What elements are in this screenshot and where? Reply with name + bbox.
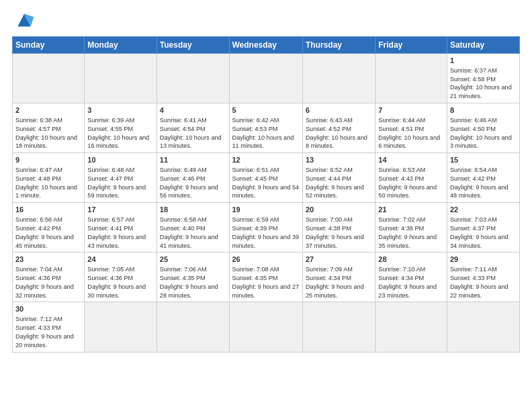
calendar-week-row: 1Sunrise: 6:37 AM Sunset: 4:58 PM Daylig… — [13, 54, 520, 103]
day-number: 9 — [15, 155, 81, 165]
day-info: Sunrise: 7:06 AM Sunset: 4:35 PM Dayligh… — [160, 266, 218, 298]
calendar-week-row: 23Sunrise: 7:04 AM Sunset: 4:36 PM Dayli… — [13, 253, 520, 302]
calendar-cell: 24Sunrise: 7:05 AM Sunset: 4:36 PM Dayli… — [85, 253, 157, 302]
calendar-cell — [302, 54, 375, 103]
logo — [12, 11, 35, 30]
day-info: Sunrise: 6:46 AM Sunset: 4:50 PM Dayligh… — [450, 117, 512, 149]
day-info: Sunrise: 7:10 AM Sunset: 4:34 PM Dayligh… — [378, 266, 437, 298]
calendar-cell: 2Sunrise: 6:38 AM Sunset: 4:57 PM Daylig… — [13, 103, 85, 153]
calendar-week-row: 2Sunrise: 6:38 AM Sunset: 4:57 PM Daylig… — [13, 103, 520, 153]
day-of-week-header: Tuesday — [157, 37, 229, 54]
day-info: Sunrise: 6:57 AM Sunset: 4:41 PM Dayligh… — [87, 216, 146, 248]
day-info: Sunrise: 6:39 AM Sunset: 4:55 PM Dayligh… — [87, 117, 149, 149]
day-number: 5 — [232, 105, 300, 116]
calendar-cell: 22Sunrise: 7:03 AM Sunset: 4:37 PM Dayli… — [447, 203, 519, 253]
calendar-cell: 3Sunrise: 6:39 AM Sunset: 4:55 PM Daylig… — [85, 103, 157, 153]
header — [12, 11, 520, 30]
day-number: 3 — [87, 105, 153, 116]
calendar-cell: 30Sunrise: 7:12 AM Sunset: 4:33 PM Dayli… — [13, 302, 85, 352]
day-info: Sunrise: 6:59 AM Sunset: 4:39 PM Dayligh… — [232, 216, 300, 248]
day-info: Sunrise: 7:09 AM Sunset: 4:34 PM Dayligh… — [306, 266, 364, 298]
calendar-cell: 23Sunrise: 7:04 AM Sunset: 4:36 PM Dayli… — [13, 253, 85, 302]
day-number: 13 — [306, 155, 372, 165]
logo-icon — [13, 11, 35, 30]
day-info: Sunrise: 7:08 AM Sunset: 4:35 PM Dayligh… — [232, 266, 300, 298]
day-number: 27 — [306, 255, 372, 265]
day-number: 21 — [378, 205, 444, 215]
day-number: 28 — [378, 255, 444, 265]
calendar-table: SundayMondayTuesdayWednesdayThursdayFrid… — [12, 36, 520, 353]
calendar-cell: 20Sunrise: 7:00 AM Sunset: 4:38 PM Dayli… — [302, 203, 375, 253]
calendar-cell: 14Sunrise: 6:53 AM Sunset: 4:43 PM Dayli… — [375, 153, 447, 203]
day-info: Sunrise: 6:52 AM Sunset: 4:44 PM Dayligh… — [306, 167, 364, 199]
calendar-cell — [157, 54, 229, 103]
day-info: Sunrise: 6:54 AM Sunset: 4:42 PM Dayligh… — [450, 167, 508, 199]
calendar-week-row: 30Sunrise: 7:12 AM Sunset: 4:33 PM Dayli… — [13, 302, 520, 352]
day-info: Sunrise: 6:43 AM Sunset: 4:52 PM Dayligh… — [306, 117, 367, 149]
day-number: 7 — [378, 105, 444, 116]
day-info: Sunrise: 7:00 AM Sunset: 4:38 PM Dayligh… — [306, 216, 364, 248]
day-number: 20 — [306, 205, 372, 215]
day-number: 8 — [450, 105, 517, 116]
day-info: Sunrise: 6:58 AM Sunset: 4:40 PM Dayligh… — [160, 216, 218, 248]
calendar-page: SundayMondayTuesdayWednesdayThursdayFrid… — [0, 0, 532, 411]
day-of-week-header: Saturday — [447, 37, 519, 54]
day-info: Sunrise: 6:44 AM Sunset: 4:51 PM Dayligh… — [378, 117, 440, 149]
day-number: 23 — [15, 255, 81, 265]
calendar-cell — [13, 54, 85, 103]
calendar-header-row: SundayMondayTuesdayWednesdayThursdayFrid… — [13, 37, 520, 54]
day-number: 10 — [87, 155, 153, 165]
day-number: 15 — [450, 155, 517, 165]
day-number: 2 — [15, 105, 81, 116]
calendar-week-row: 16Sunrise: 6:56 AM Sunset: 4:42 PM Dayli… — [13, 203, 520, 253]
day-info: Sunrise: 6:38 AM Sunset: 4:57 PM Dayligh… — [15, 117, 77, 149]
day-number: 29 — [450, 255, 517, 265]
calendar-cell: 28Sunrise: 7:10 AM Sunset: 4:34 PM Dayli… — [375, 253, 447, 302]
day-number: 25 — [160, 255, 226, 265]
calendar-cell: 13Sunrise: 6:52 AM Sunset: 4:44 PM Dayli… — [302, 153, 375, 203]
calendar-cell: 29Sunrise: 7:11 AM Sunset: 4:33 PM Dayli… — [447, 253, 519, 302]
calendar-cell: 1Sunrise: 6:37 AM Sunset: 4:58 PM Daylig… — [447, 54, 519, 103]
day-info: Sunrise: 7:03 AM Sunset: 4:37 PM Dayligh… — [450, 216, 508, 248]
calendar-cell: 7Sunrise: 6:44 AM Sunset: 4:51 PM Daylig… — [375, 103, 447, 153]
calendar-cell: 8Sunrise: 6:46 AM Sunset: 4:50 PM Daylig… — [447, 103, 519, 153]
day-info: Sunrise: 6:56 AM Sunset: 4:42 PM Dayligh… — [15, 216, 74, 248]
calendar-cell: 15Sunrise: 6:54 AM Sunset: 4:42 PM Dayli… — [447, 153, 519, 203]
calendar-cell: 19Sunrise: 6:59 AM Sunset: 4:39 PM Dayli… — [229, 203, 302, 253]
day-of-week-header: Friday — [375, 37, 447, 54]
calendar-cell — [375, 54, 447, 103]
day-number: 1 — [450, 56, 517, 66]
day-number: 18 — [160, 205, 226, 215]
day-info: Sunrise: 7:02 AM Sunset: 4:38 PM Dayligh… — [378, 216, 437, 248]
day-of-week-header: Wednesday — [229, 37, 302, 54]
calendar-cell — [157, 302, 229, 352]
day-number: 4 — [160, 105, 226, 116]
day-number: 6 — [306, 105, 372, 116]
day-info: Sunrise: 7:05 AM Sunset: 4:36 PM Dayligh… — [87, 266, 146, 298]
calendar-cell: 16Sunrise: 6:56 AM Sunset: 4:42 PM Dayli… — [13, 203, 85, 253]
day-of-week-header: Monday — [85, 37, 157, 54]
day-of-week-header: Sunday — [13, 37, 85, 54]
calendar-cell — [447, 302, 519, 352]
calendar-cell: 6Sunrise: 6:43 AM Sunset: 4:52 PM Daylig… — [302, 103, 375, 153]
calendar-cell: 9Sunrise: 6:47 AM Sunset: 4:48 PM Daylig… — [13, 153, 85, 203]
calendar-cell: 25Sunrise: 7:06 AM Sunset: 4:35 PM Dayli… — [157, 253, 229, 302]
calendar-cell — [85, 302, 157, 352]
day-number: 14 — [378, 155, 444, 165]
day-number: 12 — [232, 155, 300, 165]
calendar-cell: 10Sunrise: 6:48 AM Sunset: 4:47 PM Dayli… — [85, 153, 157, 203]
day-number: 19 — [232, 205, 300, 215]
day-info: Sunrise: 7:12 AM Sunset: 4:33 PM Dayligh… — [15, 316, 74, 348]
calendar-cell — [302, 302, 375, 352]
day-info: Sunrise: 6:41 AM Sunset: 4:54 PM Dayligh… — [160, 117, 222, 149]
day-number: 17 — [87, 205, 153, 215]
day-info: Sunrise: 6:42 AM Sunset: 4:53 PM Dayligh… — [232, 117, 294, 149]
day-info: Sunrise: 6:53 AM Sunset: 4:43 PM Dayligh… — [378, 167, 437, 199]
day-number: 26 — [232, 255, 300, 265]
calendar-cell: 26Sunrise: 7:08 AM Sunset: 4:35 PM Dayli… — [229, 253, 302, 302]
calendar-cell: 4Sunrise: 6:41 AM Sunset: 4:54 PM Daylig… — [157, 103, 229, 153]
calendar-week-row: 9Sunrise: 6:47 AM Sunset: 4:48 PM Daylig… — [13, 153, 520, 203]
calendar-cell — [229, 302, 302, 352]
day-info: Sunrise: 6:48 AM Sunset: 4:47 PM Dayligh… — [87, 167, 146, 199]
day-number: 24 — [87, 255, 153, 265]
